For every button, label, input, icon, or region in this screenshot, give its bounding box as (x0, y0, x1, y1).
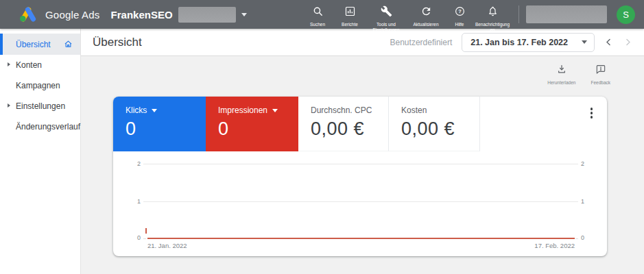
topbar-divider (518, 5, 519, 23)
sidebar: Übersicht Konten Kampagnen Einstellungen… (0, 29, 81, 274)
scorecard-label: Impressionen (218, 105, 267, 115)
download-icon (556, 64, 567, 77)
topbar-nav: Suchen Berichte Tools und Einstellungen … (302, 0, 512, 32)
sidebar-item-uebersicht[interactable]: Übersicht (0, 34, 80, 55)
sidebar-item-label: Übersicht (16, 40, 51, 49)
next-period-button[interactable] (623, 37, 633, 47)
refresh-button[interactable]: Aktualisieren (406, 5, 446, 27)
y-axis-tick-label: 1 (581, 198, 584, 205)
sidebar-item-aenderungsverlauf[interactable]: Änderungsverlauf (0, 116, 80, 137)
redacted-user-info (526, 5, 607, 23)
chart-line-zero (147, 238, 575, 239)
y-axis-tick-label: 0 (581, 234, 584, 241)
chevron-down-icon (241, 13, 247, 16)
date-range-picker[interactable]: 21. Jan bis 17. Feb 2022 (462, 33, 595, 52)
y-axis-tick-label: 1 (120, 198, 141, 205)
scorecard-klicks[interactable]: Klicks 0 (113, 97, 206, 151)
x-axis-start-label: 21. Jan. 2022 (147, 242, 187, 249)
date-controls: Benutzerdefiniert 21. Jan bis 17. Feb 20… (390, 33, 633, 52)
main-area: Herunterladen Feedback Klicks (81, 56, 644, 274)
sidebar-item-label: Änderungsverlauf (16, 122, 80, 132)
nav-label: Hilfe (455, 22, 464, 27)
prev-period-button[interactable] (604, 37, 614, 47)
topbar: Google Ads FrankenSEO Suchen Berichte To… (0, 0, 644, 29)
svg-text:?: ? (458, 8, 462, 14)
redacted-account-id (178, 7, 236, 23)
tools-settings-button[interactable]: Tools und Einstellungen (366, 5, 406, 32)
scorecard-value: 0 (218, 119, 298, 140)
google-ads-logo[interactable] (19, 7, 37, 22)
nav-label: Suchen (310, 22, 325, 27)
google-ads-logo-icon (19, 7, 37, 22)
search-icon (312, 5, 324, 20)
sidebar-item-konten[interactable]: Konten (0, 55, 80, 75)
feedback-icon (595, 64, 606, 77)
axis-tick (143, 238, 146, 239)
subheader: Übersicht Benutzerdefiniert 21. Jan bis … (81, 29, 644, 56)
overview-card: Klicks 0 Impressionen 0 Durchschn. CP (113, 97, 607, 256)
scorecard-label: Kosten (401, 105, 427, 115)
notifications-icon (487, 5, 499, 20)
reports-button[interactable]: Berichte (333, 5, 366, 27)
scorecard-kosten[interactable]: Kosten 0,00 € (389, 97, 480, 151)
page-title: Übersicht (93, 36, 142, 49)
scorecard-durchschn-cpc[interactable]: Durchschn. CPC 0,00 € (298, 97, 389, 151)
sidebar-item-label: Konten (16, 60, 42, 70)
scorecard-label: Klicks (126, 105, 147, 115)
chart-line-start-marker (145, 228, 147, 234)
card-options-button[interactable] (589, 106, 595, 120)
feedback-button[interactable]: Feedback (591, 64, 610, 85)
nav-label: Aktualisieren (413, 22, 438, 27)
avatar-letter: S (623, 10, 629, 20)
quick-actions: Herunterladen Feedback (547, 64, 610, 85)
gridline (143, 201, 578, 202)
gridline (143, 164, 578, 164)
caret-right-icon (8, 62, 10, 66)
chevron-down-icon (272, 109, 278, 112)
app-body: Übersicht Konten Kampagnen Einstellungen… (0, 29, 644, 274)
y-axis-tick-label: 2 (581, 160, 584, 167)
caret-right-icon (8, 103, 10, 108)
nav-label: Tools und Einstellungen (370, 22, 402, 32)
scorecard-value: 0 (126, 119, 206, 140)
reports-icon (344, 5, 356, 20)
nav-label: Benachrichtigungen (475, 22, 510, 32)
kebab-icon (591, 108, 593, 110)
sidebar-item-kampagnen[interactable]: Kampagnen (0, 75, 80, 96)
sidebar-item-einstellungen[interactable]: Einstellungen (0, 96, 80, 116)
scorecard-label: Durchschn. CPC (311, 105, 372, 115)
help-icon: ? (454, 5, 466, 20)
axis-tick (575, 238, 578, 239)
x-axis-end-label: 17. Feb. 2022 (534, 242, 575, 249)
date-range-value: 21. Jan bis 17. Feb 2022 (470, 38, 568, 47)
notifications-button[interactable]: Benachrichtigungen (473, 5, 512, 32)
search-button[interactable]: Suchen (302, 5, 333, 27)
y-axis-tick-label: 0 (120, 234, 141, 241)
help-button[interactable]: ? Hilfe (446, 5, 473, 27)
home-icon (64, 40, 73, 49)
chevron-down-icon (152, 109, 157, 112)
chevron-left-icon (604, 37, 614, 47)
tools-icon (381, 5, 392, 20)
chevron-right-icon (623, 37, 633, 47)
date-mode-label: Benutzerdefiniert (390, 38, 453, 47)
feedback-label: Feedback (591, 80, 610, 85)
sidebar-item-label: Kampagnen (16, 81, 60, 90)
refresh-icon (420, 5, 432, 20)
content: Übersicht Benutzerdefiniert 21. Jan bis … (81, 29, 644, 274)
scorecard-value: 0,00 € (311, 119, 388, 140)
avatar[interactable]: S (617, 5, 635, 24)
download-button[interactable]: Herunterladen (547, 64, 575, 85)
account-switcher[interactable]: FrankenSEO (100, 7, 247, 23)
nav-label: Berichte (342, 22, 358, 27)
scorecard-impressionen[interactable]: Impressionen 0 (206, 97, 298, 151)
product-name: Google Ads (45, 9, 100, 21)
scorecard-value: 0,00 € (401, 119, 479, 140)
download-label: Herunterladen (547, 80, 575, 85)
scorecard-row-spacer (480, 97, 607, 151)
scorecard-row: Klicks 0 Impressionen 0 Durchschn. CP (113, 97, 607, 151)
y-axis-tick-label: 2 (120, 160, 141, 167)
sidebar-item-label: Einstellungen (16, 101, 65, 111)
chevron-down-icon (582, 40, 587, 44)
performance-chart: 2 1 0 2 1 0 21. Jan. 2022 17. Feb. 2022 (113, 151, 607, 256)
